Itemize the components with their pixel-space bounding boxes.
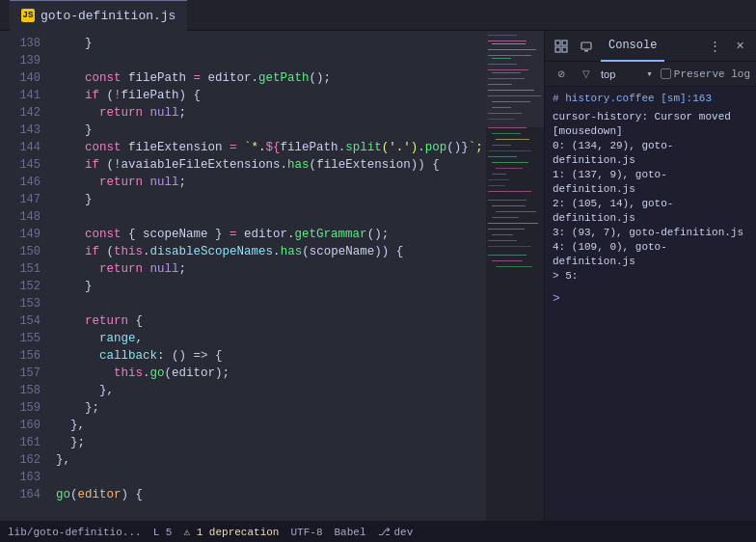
code-line: const filePath = editor.getPath();	[56, 69, 478, 87]
svg-rect-34	[488, 223, 538, 224]
git-icon: ⎇	[378, 526, 391, 538]
console-line: cursor-history: Cursor moved	[553, 110, 748, 124]
devtools-content[interactable]: # history.coffee [sm]:163cursor-history:…	[545, 87, 756, 521]
more-options-button[interactable]: ⋮	[704, 36, 725, 57]
code-line: }	[56, 278, 478, 295]
console-prompt[interactable]: >	[553, 291, 748, 307]
console-line: 1: (137, 9), goto-definition.js	[553, 168, 748, 197]
console-hash: #	[553, 93, 565, 104]
line-number: 159	[0, 399, 40, 417]
svg-rect-28	[488, 185, 505, 186]
line-number: 145	[0, 156, 40, 174]
svg-rect-32	[496, 211, 536, 212]
line-number: 148	[0, 208, 40, 226]
code-line: };	[56, 399, 478, 417]
preserve-log-label: Preserve log	[674, 68, 750, 80]
status-bar: lib/goto-definitio... L 5 ⚠ 1 deprecatio…	[0, 521, 756, 542]
svg-rect-33	[492, 217, 519, 218]
code-line: },	[56, 382, 478, 399]
code-line: return {	[56, 312, 478, 330]
svg-rect-43	[555, 41, 560, 45]
svg-rect-21	[492, 145, 511, 146]
line-number: 152	[0, 278, 40, 295]
line-number: 154	[0, 312, 40, 330]
code-line: const { scopeName } = editor.getGrammar(…	[56, 226, 478, 243]
encoding-status: UTF-8	[290, 527, 322, 538]
line-number: 149	[0, 226, 40, 243]
console-line: 3: (93, 7), goto-definition.js	[553, 226, 748, 240]
filter-dropdown[interactable]: ▾	[646, 68, 653, 80]
encoding-label: UTF-8	[290, 527, 322, 538]
line-number: 162	[0, 451, 40, 469]
file-path-status: lib/goto-definitio...	[8, 527, 142, 538]
clear-console-button[interactable]: ⊘	[551, 64, 572, 85]
devtools-toolbar: Console ⋮ ✕	[545, 31, 756, 62]
syntax-status: Babel	[335, 527, 366, 538]
line-number: 144	[0, 139, 40, 156]
code-line: range,	[56, 330, 478, 347]
close-devtools-button[interactable]: ✕	[729, 36, 750, 57]
svg-rect-48	[584, 50, 588, 52]
more-icon: ⋮	[709, 39, 721, 53]
line-numbers: 1381391401411421431441451461471481491501…	[0, 31, 48, 521]
minimap-svg	[486, 31, 544, 521]
inspect-element-button[interactable]	[551, 36, 572, 57]
console-tab[interactable]: Console	[601, 31, 664, 62]
line-number: 161	[0, 434, 40, 451]
tab-label: goto-definition.js	[40, 9, 176, 23]
filter-button[interactable]: ▽	[576, 64, 597, 85]
line-number: 138	[0, 35, 40, 52]
dropdown-arrow-icon: ▾	[646, 68, 653, 80]
code-line	[56, 295, 478, 312]
line-number: 139	[0, 52, 40, 69]
file-path-label: lib/goto-definitio...	[8, 527, 142, 538]
svg-rect-19	[492, 133, 521, 134]
console-line: [mousedown]	[553, 124, 748, 139]
line-number: 158	[0, 382, 40, 399]
line-number: 153	[0, 295, 40, 312]
console-filter-input[interactable]	[601, 68, 642, 80]
warning-status[interactable]: ⚠ 1 deprecation	[183, 526, 279, 538]
devtools-panel: Console ⋮ ✕ ⊘ ▽ ▾ Preserve lo	[544, 31, 756, 521]
console-header: # history.coffee [sm]:163	[553, 91, 748, 106]
code-line	[56, 52, 478, 69]
svg-rect-35	[488, 229, 525, 230]
line-number: 163	[0, 469, 40, 486]
device-toolbar-button[interactable]	[576, 36, 597, 57]
editor-tab[interactable]: JS goto-definition.js	[10, 0, 187, 31]
close-icon: ✕	[736, 40, 744, 52]
code-line: const fileExtension = `*.${filePath.spli…	[56, 139, 478, 156]
git-branch-label: dev	[394, 527, 414, 538]
code-line: }	[56, 35, 478, 52]
svg-rect-47	[581, 42, 591, 49]
code-line: return null;	[56, 104, 478, 122]
line-number: 164	[0, 486, 40, 503]
svg-rect-30	[488, 200, 526, 201]
svg-rect-46	[562, 47, 567, 52]
minimap[interactable]	[486, 31, 544, 521]
line-number: 156	[0, 347, 40, 365]
svg-rect-44	[562, 41, 567, 45]
line-col-label: L 5	[153, 527, 173, 538]
line-col-status: L 5	[153, 527, 173, 538]
svg-rect-20	[496, 139, 529, 140]
preserve-log-container: Preserve log	[661, 68, 750, 80]
line-number: 140	[0, 69, 40, 87]
console-line: > 5:	[553, 269, 748, 284]
svg-rect-40	[492, 260, 523, 261]
code-line: this.go(editor);	[56, 365, 478, 382]
svg-rect-24	[492, 162, 528, 163]
preserve-log-checkbox[interactable]	[661, 68, 671, 79]
console-line: 0: (134, 29), goto-definition.js	[553, 139, 748, 168]
main-area: 1381391401411421431441451461471481491501…	[0, 31, 756, 521]
code-line: if (this.disableScopeNames.has(scopeName…	[56, 243, 478, 260]
svg-rect-36	[492, 234, 513, 235]
clear-icon: ⊘	[557, 68, 565, 79]
code-content[interactable]: } const filePath = editor.getPath(); if …	[48, 31, 486, 521]
line-number: 151	[0, 260, 40, 278]
inspect-icon	[554, 40, 568, 53]
filter-icon: ▽	[582, 68, 590, 79]
svg-rect-39	[488, 255, 526, 256]
line-number: 141	[0, 87, 40, 104]
code-line: return null;	[56, 260, 478, 278]
